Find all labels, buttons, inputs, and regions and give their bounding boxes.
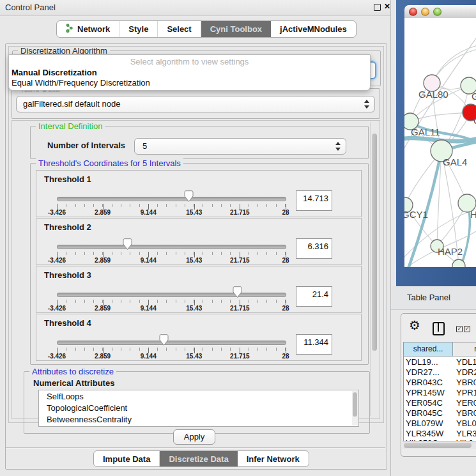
tab-network[interactable]: Network — [57, 21, 119, 37]
node-label-gal80: GAL80 — [418, 89, 449, 100]
bottom-tab-bar: Impute Data Discretize Data Infer Networ… — [93, 450, 309, 467]
attributes-groupbox: Attributes to discretize Numerical Attri… — [24, 371, 370, 434]
table-toolbar: ⚙ ✓ ✓ — [401, 314, 476, 341]
table-row[interactable]: YBL079WYBL0 — [404, 418, 476, 429]
select-all-checkbox-icon[interactable]: ✓ — [456, 326, 463, 332]
table-panel: ⚙ ✓ ✓ shared... na YDL19...YDL1 YDR27...… — [401, 313, 476, 457]
network-window-titlebar — [404, 5, 476, 19]
table-row[interactable]: YBR045CYBR0 — [404, 408, 476, 418]
node-label-gal11: GAL11 — [411, 127, 440, 137]
tab-label: Select — [167, 24, 191, 34]
tab-label: jActiveMNodules — [280, 24, 347, 34]
threshold-label: Threshold 2 — [44, 222, 91, 232]
table-row[interactable]: YPR145WYPR1 — [404, 388, 476, 398]
node-label-gcy1: GCY1 — [404, 209, 428, 220]
threshold-label: Threshold 1 — [44, 174, 91, 184]
apply-button[interactable]: Apply — [173, 429, 215, 445]
tab-infer-network[interactable]: Infer Network — [238, 451, 309, 466]
minimize-traffic-light-icon[interactable] — [421, 8, 429, 16]
dropdown-hint: Select algorithm to view settings — [9, 57, 370, 66]
threshold-4-panel: Threshold 4 -3.4262.8599.14415.4321.7152… — [36, 314, 362, 361]
list-item[interactable]: BetweennessCentrality — [47, 415, 132, 424]
select-none-checkbox-icon[interactable]: ✓ — [464, 326, 470, 332]
slider-tick-labels: -3.4262.8599.14415.4321.71528 — [57, 209, 286, 216]
settings-scroll-group: Interval Definition Number of Intervals … — [12, 120, 380, 419]
threshold-label: Threshold 3 — [44, 270, 91, 280]
control-panel-title: Control Panel — [5, 3, 56, 12]
slider-tick-labels: -3.4262.8599.14415.4321.71528 — [57, 305, 286, 312]
threshold-value-field[interactable]: 11.344 — [296, 334, 332, 355]
columns-icon[interactable] — [433, 322, 445, 335]
table-row[interactable]: YBR043CYBR0 — [404, 378, 476, 388]
close-icon[interactable]: ✕ — [384, 2, 390, 11]
tab-cyni-toolbox[interactable]: Cyni Toolbox — [201, 21, 271, 37]
divider — [6, 447, 385, 449]
threshold-2-panel: Threshold 2 -3.4262.8599.14415.4321.7152… — [36, 218, 362, 265]
network-window: GAL80 G. C GAL11 GAL4 GCY1 H HAP2 — [396, 0, 476, 286]
top-tab-bar: Network Style Select Cyni Toolbox jActiv… — [56, 20, 357, 38]
slider-thumb[interactable] — [123, 238, 132, 250]
column-header-name[interactable]: na — [453, 342, 476, 357]
tab-impute-data[interactable]: Impute Data — [94, 451, 160, 466]
thresholds-groupbox: Threshold's Coordinates for 5 Intervals … — [30, 163, 369, 365]
screen: Control Panel ✕ Network Style Select Cyn… — [0, 0, 476, 476]
table-panel-header: Table Panel — [391, 286, 476, 310]
network-canvas[interactable]: GAL80 G. C GAL11 GAL4 GCY1 H HAP2 — [404, 18, 476, 267]
algorithm-dropdown-popup: Select algorithm to view settings Manual… — [8, 54, 371, 91]
table-row[interactable]: YLR345WYLR3 — [404, 429, 476, 439]
combo-arrows-icon — [364, 99, 370, 109]
numerical-attributes-label: Numerical Attributes — [33, 378, 114, 388]
number-of-intervals-label: Number of Intervals — [47, 141, 125, 150]
threshold-value-field[interactable]: 14.713 — [296, 190, 332, 211]
table-horizontal-scrollbar[interactable] — [403, 441, 476, 449]
number-of-intervals-value: 5 — [142, 141, 147, 151]
tab-label: Style — [128, 24, 148, 34]
column-header-shared-name[interactable]: shared... — [404, 342, 453, 357]
node-label-partial-g: G. — [472, 91, 476, 102]
list-item[interactable]: SelfLoops — [47, 392, 84, 401]
list-item[interactable]: TopologicalCoefficient — [47, 403, 127, 413]
dropdown-option-equal-width-frequency[interactable]: Equal Width/Frequency Discretization — [12, 78, 150, 88]
table-row[interactable]: YDR27...YDR2 — [404, 367, 476, 378]
tab-label: Network — [77, 24, 110, 34]
tab-discretize-data[interactable]: Discretize Data — [160, 451, 237, 466]
node-label-gal4: GAL4 — [443, 157, 467, 167]
node-label-hap2: HAP2 — [438, 246, 463, 257]
numerical-attributes-list[interactable]: SelfLoops TopologicalCoefficient Between… — [38, 390, 359, 427]
threshold-label: Threshold 4 — [44, 318, 91, 328]
attributes-group-title: Attributes to discretize — [29, 367, 116, 376]
tab-jactivemnodules[interactable]: jActiveMNodules — [271, 21, 356, 37]
threshold-3-panel: Threshold 3 -3.4262.8599.14415.4321.7152… — [36, 266, 362, 313]
slider-thumb[interactable] — [184, 190, 194, 203]
node-label-partial-c: C — [473, 115, 476, 126]
table-data-combobox[interactable]: galFiltered.sif default node — [16, 96, 375, 112]
threshold-value-field[interactable]: 6.316 — [296, 238, 332, 259]
network-icon — [66, 24, 73, 35]
interval-definition-groupbox: Interval Definition Number of Intervals … — [30, 126, 369, 159]
table-row[interactable]: YER054CYER0 — [404, 398, 476, 408]
thresholds-group-title: Threshold's Coordinates for 5 Intervals — [36, 158, 183, 168]
table-row[interactable]: YDL19...YDL1 — [404, 357, 476, 367]
control-panel: Control Panel ✕ Network Style Select Cyn… — [0, 0, 391, 476]
tab-style[interactable]: Style — [119, 21, 158, 37]
control-panel-titlebar: Control Panel ✕ — [0, 0, 390, 16]
tab-label: Infer Network — [247, 454, 300, 464]
tab-select[interactable]: Select — [158, 21, 201, 37]
node-label-partial-h: H — [470, 209, 476, 220]
table-panel-title: Table Panel — [407, 293, 450, 302]
zoom-traffic-light-icon[interactable] — [433, 8, 441, 16]
tab-label: Discretize Data — [169, 454, 228, 464]
slider-tick-labels: -3.4262.8599.14415.4321.71528 — [57, 353, 286, 360]
slider-thumb[interactable] — [233, 286, 242, 298]
settings-scrollbar[interactable] — [370, 122, 378, 416]
dropdown-option-manual-discretization[interactable]: Manual Discretization — [12, 68, 97, 77]
list-scrollbar[interactable] — [352, 391, 358, 426]
node-table: shared... na YDL19...YDL1 YDR27...YDR2 Y… — [403, 342, 476, 441]
slider-thumb[interactable] — [159, 334, 169, 346]
tab-label: Cyni Toolbox — [210, 24, 262, 34]
gear-icon[interactable]: ⚙ — [409, 319, 420, 332]
float-window-icon[interactable] — [374, 4, 381, 11]
close-traffic-light-icon[interactable] — [409, 8, 417, 16]
threshold-value-field[interactable]: 21.4 — [296, 286, 332, 307]
number-of-intervals-spinner[interactable]: 5 — [134, 138, 346, 155]
